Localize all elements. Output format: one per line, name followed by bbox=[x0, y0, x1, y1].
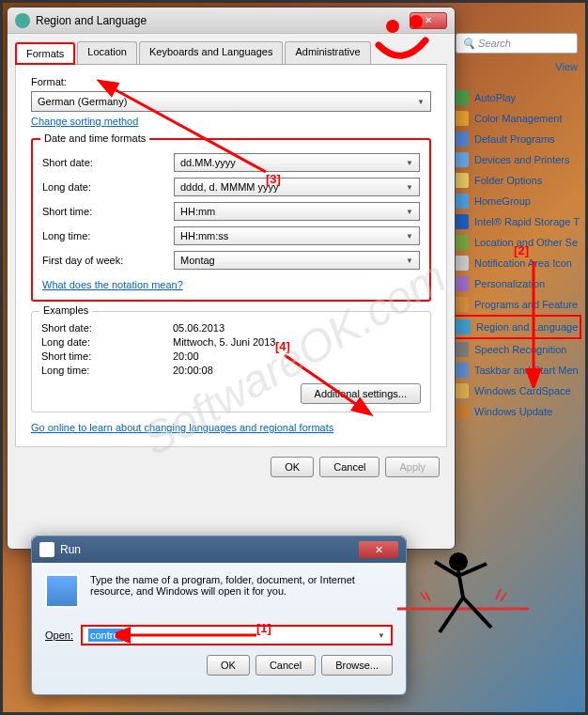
cp-item-location-and-other-se[interactable]: Location and Other Se bbox=[450, 232, 581, 253]
control-panel-items: AutoPlayColor ManagementDefault Programs… bbox=[450, 87, 581, 422]
cp-item-icon bbox=[454, 404, 469, 419]
ex-long-date-label: Long date: bbox=[41, 336, 173, 348]
ok-button[interactable]: OK bbox=[271, 457, 314, 477]
cp-item-label: AutoPlay bbox=[474, 92, 516, 103]
tab-formats[interactable]: Formats bbox=[15, 42, 75, 65]
cp-item-label: Programs and Feature bbox=[474, 299, 578, 310]
cp-item-icon bbox=[454, 132, 469, 147]
dialog-buttons: OK Cancel Apply bbox=[8, 447, 455, 487]
cp-item-label: Intel® Rapid Storage T bbox=[474, 216, 580, 227]
cancel-button[interactable]: Cancel bbox=[319, 457, 379, 477]
tab-content: Format: German (Germany) Change sorting … bbox=[15, 65, 447, 447]
cp-item-label: Windows Update bbox=[474, 406, 552, 417]
svg-line-12 bbox=[463, 598, 491, 628]
ex-short-date-label: Short date: bbox=[41, 322, 173, 334]
search-input[interactable]: 🔍 Search bbox=[456, 33, 578, 54]
cp-item-region-and-language[interactable]: Region and Language bbox=[450, 315, 581, 339]
cp-item-color-management[interactable]: Color Management bbox=[450, 108, 581, 129]
examples-group: Examples Short date:05.06.2013 Long date… bbox=[31, 311, 431, 412]
cp-item-icon bbox=[454, 276, 469, 291]
cp-item-label: Color Management bbox=[474, 113, 563, 124]
run-icon bbox=[39, 542, 54, 557]
cp-item-icon bbox=[454, 383, 469, 398]
cp-item-icon bbox=[454, 235, 469, 250]
cp-item-programs-and-feature[interactable]: Programs and Feature bbox=[450, 294, 581, 315]
smiley-icon bbox=[369, 12, 435, 69]
cp-item-default-programs[interactable]: Default Programs bbox=[450, 129, 581, 149]
open-input[interactable]: control bbox=[81, 625, 393, 645]
cp-item-autoplay[interactable]: AutoPlay bbox=[450, 87, 581, 108]
format-dropdown[interactable]: German (Germany) bbox=[31, 91, 431, 112]
tab-administrative[interactable]: Administrative bbox=[285, 41, 370, 64]
long-date-dropdown[interactable]: dddd, d. MMMM yyyy bbox=[174, 178, 420, 196]
cp-item-icon bbox=[454, 194, 469, 209]
cp-item-notification-area-icon[interactable]: Notification Area Icon bbox=[450, 253, 581, 273]
svg-point-5 bbox=[410, 15, 423, 28]
ex-short-date-value: 05.06.2013 bbox=[173, 322, 224, 334]
online-link[interactable]: Go online to learn about changing langua… bbox=[31, 422, 333, 433]
cp-item-label: Taskbar and Start Men bbox=[474, 365, 579, 376]
cp-item-label: Region and Language bbox=[476, 321, 578, 333]
run-browse-button[interactable]: Browse... bbox=[321, 655, 393, 676]
short-time-dropdown[interactable]: HH:mm bbox=[174, 202, 420, 221]
run-cancel-button[interactable]: Cancel bbox=[255, 655, 316, 676]
ex-short-time-value: 20:00 bbox=[173, 350, 199, 362]
cp-item-label: Default Programs bbox=[474, 133, 555, 145]
open-label: Open: bbox=[45, 630, 73, 641]
run-big-icon bbox=[45, 574, 79, 608]
date-time-formats-group: Date and time formats Short date: dd.MM.… bbox=[31, 138, 431, 302]
tab-location[interactable]: Location bbox=[77, 41, 137, 64]
cp-item-icon bbox=[456, 319, 471, 334]
ex-short-time-label: Short time: bbox=[41, 350, 173, 362]
cp-item-icon bbox=[454, 90, 469, 105]
cp-item-icon bbox=[454, 111, 469, 126]
run-close-button[interactable]: ✕ bbox=[359, 541, 398, 558]
notation-link[interactable]: What does the notation mean? bbox=[42, 279, 183, 290]
cp-item-icon bbox=[454, 173, 469, 188]
cp-item-icon bbox=[454, 152, 469, 167]
long-time-label: Long time: bbox=[42, 230, 174, 241]
short-time-label: Short time: bbox=[42, 206, 174, 217]
format-label: Format: bbox=[31, 76, 431, 87]
long-time-dropdown[interactable]: HH:mm:ss bbox=[174, 226, 420, 245]
svg-point-4 bbox=[386, 20, 399, 33]
cp-item-label: Speech Recognition bbox=[474, 344, 566, 355]
first-day-dropdown[interactable]: Montag bbox=[174, 251, 420, 270]
examples-title: Examples bbox=[39, 304, 92, 316]
short-date-dropdown[interactable]: dd.MM.yyyy bbox=[174, 153, 420, 172]
cp-item-folder-options[interactable]: Folder Options bbox=[450, 170, 581, 191]
cp-item-label: Windows CardSpace bbox=[474, 385, 571, 396]
cp-item-label: Folder Options bbox=[474, 175, 542, 186]
first-day-label: First day of week: bbox=[42, 255, 174, 266]
sort-method-link[interactable]: Change sorting method bbox=[31, 116, 138, 127]
tab-keyboards[interactable]: Keyboards and Languages bbox=[139, 41, 284, 64]
cp-item-intel-rapid-storage-t[interactable]: Intel® Rapid Storage T bbox=[450, 211, 581, 232]
cp-item-icon bbox=[454, 342, 469, 357]
cp-item-devices-and-printers[interactable]: Devices and Printers bbox=[450, 149, 581, 170]
cp-item-windows-cardspace[interactable]: Windows CardSpace bbox=[450, 381, 581, 401]
svg-point-7 bbox=[449, 552, 468, 571]
stickman-icon bbox=[397, 543, 529, 656]
ex-long-time-value: 20:00:08 bbox=[173, 365, 213, 376]
cp-item-personalization[interactable]: Personalization bbox=[450, 273, 581, 294]
group-title: Date and time formats bbox=[40, 132, 149, 144]
short-date-label: Short date: bbox=[42, 157, 174, 168]
cp-item-homegroup[interactable]: HomeGroup bbox=[450, 191, 581, 211]
cp-item-label: Location and Other Se bbox=[474, 237, 578, 248]
view-link[interactable]: View bbox=[555, 61, 578, 72]
region-language-dialog: Region and Language ✕ Formats Location K… bbox=[7, 7, 456, 550]
additional-settings-button[interactable]: Additional settings... bbox=[301, 383, 421, 404]
run-ok-button[interactable]: OK bbox=[207, 655, 250, 676]
dialog-title: Region and Language bbox=[36, 14, 410, 27]
cp-item-label: HomeGroup bbox=[474, 195, 531, 207]
run-titlebar[interactable]: Run ✕ bbox=[32, 536, 406, 563]
cp-item-taskbar-and-start-men[interactable]: Taskbar and Start Men bbox=[450, 360, 581, 381]
apply-button[interactable]: Apply bbox=[385, 457, 440, 477]
cp-item-icon bbox=[454, 214, 469, 229]
run-description: Type the name of a program, folder, docu… bbox=[90, 574, 393, 608]
cp-item-icon bbox=[454, 363, 469, 378]
cp-item-windows-update[interactable]: Windows Update bbox=[450, 401, 581, 422]
cp-item-speech-recognition[interactable]: Speech Recognition bbox=[450, 339, 581, 360]
svg-line-11 bbox=[440, 598, 463, 632]
cp-item-label: Personalization bbox=[474, 278, 545, 289]
